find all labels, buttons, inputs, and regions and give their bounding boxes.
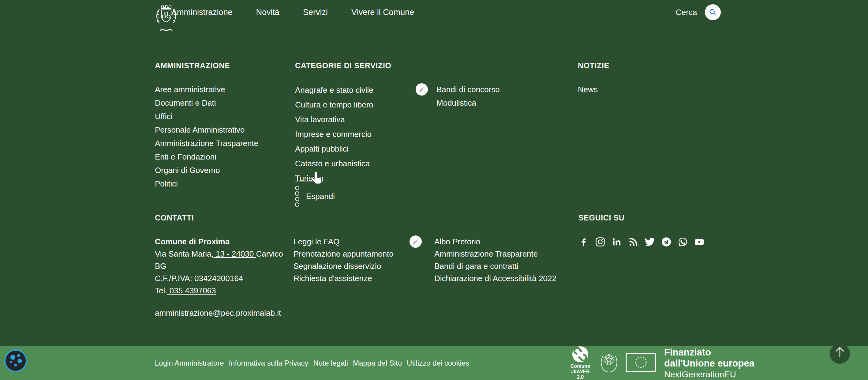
email-link[interactable]: amministrazione@pec.proximalab.it [155,307,281,319]
org-name: Comune di Proxima [155,235,299,248]
list-item: Bandi di gara e contratti [434,260,556,272]
section-title: NOTIZIE [578,61,713,74]
up-arrow-icon [834,344,846,364]
facebook-icon[interactable] [579,237,589,247]
footer-link[interactable]: Cultura e tempo libero [295,100,373,109]
nav-novita[interactable]: Novità [256,8,280,17]
footer-link[interactable]: Uffici [155,112,172,121]
list-item: Albo Pretorio [434,235,556,248]
contact-service-links: Leggi le FAQ Prenotazione appuntamento S… [293,235,410,285]
footer-link-turismo-hovered[interactable]: Turismo [295,174,323,183]
footer-link[interactable]: Aree amministrative [155,85,225,94]
section-categorie-di-servizio: CATEGORIE DI SERVIZIO Anagrafe e stato c… [295,61,565,205]
vat-link[interactable]: 03424200164 [192,274,243,283]
footer-link[interactable]: Bandi di concorso [436,85,500,94]
list-item: Amministrazione Trasparente [434,248,556,260]
expand-button[interactable]: Espandi [295,187,335,205]
scroll-to-top-button[interactable] [830,344,850,364]
expand-label: Espandi [306,192,335,201]
footer-link[interactable]: Organi di Governo [155,166,220,175]
login-amministratore-link[interactable]: Login Amministratore [155,359,224,368]
cookies-link[interactable]: Utilizzo dei cookies [407,359,469,368]
list-item: Amministrazione Trasparente [155,137,291,151]
main-nav: Amministrazione Novità Servizi Vivere il… [172,0,414,25]
privacy-link[interactable]: Informativa sulla Privacy [229,359,308,368]
linkedin-icon[interactable] [612,237,622,247]
footer-link[interactable]: Documenti e Dati [155,98,216,108]
section-title: CATEGORIE DI SERVIZIO [295,61,565,74]
footer-link[interactable]: Catasto e urbanistica [295,159,370,168]
section-title: SEGUICI SU [579,213,713,226]
twitter-icon[interactable] [645,237,655,247]
bottom-bar: Login Amministratore Informativa sulla P… [0,346,868,380]
note-legali-link[interactable]: Note legali [313,359,348,368]
list-item: Turismo [295,172,565,186]
footer-link[interactable]: Appalti pubblici [295,144,349,153]
section-contatti: CONTATTI Comune di Proxima Via Santa Mar… [155,213,572,226]
funding-text: Finanziato dall'Unione europea NextGener… [664,347,754,379]
list-item: Segnalazione disservizio [293,260,410,272]
cookie-widget-button[interactable] [4,349,27,372]
footer-link[interactable]: Albo Pretorio [434,237,480,246]
mappa-del-sito-link[interactable]: Mappa del Sito [353,359,402,368]
search-label[interactable]: Cerca [676,8,697,17]
youtube-icon[interactable] [694,237,705,247]
list-item: Politici [155,178,291,191]
list-item: Catasto e urbanistica [295,157,565,172]
pencil-icon [409,235,422,248]
nav-servizi[interactable]: Servizi [303,8,328,17]
footer-link[interactable]: Segnalazione disservizio [293,262,381,271]
instagram-icon[interactable] [595,237,606,247]
footer-link[interactable]: Richiesta d'assistenze [293,274,372,283]
footer-link[interactable]: Anagrafe e stato civile [295,85,373,95]
list-item: Uffici [155,110,291,124]
list-item: Appalti pubblici [295,142,565,157]
search: Cerca [676,0,721,25]
list-item: Enti e Fondazioni [155,151,291,164]
address-link[interactable]: 13 - 24030 [214,249,256,258]
italy-emblem-icon [599,349,619,377]
footer-link[interactable]: Amministrazione Trasparente [155,139,258,148]
phone-link[interactable]: 035 4397063 [167,286,216,295]
contact-legal-links: Albo Pretorio Amministrazione Trasparent… [409,235,556,285]
list-item: Aree amministrative [155,83,291,97]
footer-link[interactable]: Politici [155,179,178,188]
telegram-icon[interactable] [661,237,672,247]
list-item: Imprese e commercio [295,127,565,142]
contact-address-block: Comune di Proxima Via Santa Maria, 13 - … [155,235,299,319]
footer-link[interactable]: Dichiarazione di Accessibilità 2022 [434,274,556,283]
legal-links: Login Amministratore Informativa sulla P… [155,346,469,380]
search-button[interactable] [705,4,721,20]
nav-amministrazione[interactable]: Amministrazione [172,8,232,17]
footer-link[interactable]: Personale Amministrativo [155,125,245,135]
rss-icon[interactable] [628,237,639,247]
comune-caption: Comune #InWEB 2.0 [568,363,593,380]
footer-link[interactable]: Enti e Fondazioni [155,152,216,162]
footer-link[interactable]: Imprese e commercio [295,129,372,139]
list-item: News [578,83,713,97]
list-item: Documenti e Dati [155,97,291,110]
categorie-extra-links: Bandi di concorso Modulistica [416,83,500,110]
section-notizie: NOTIZIE News [578,61,713,97]
footer-link[interactable]: Vita lavorativa [295,115,345,124]
nav-vivere-il-comune[interactable]: Vivere il Comune [351,8,414,17]
footer-link[interactable]: Amministrazione Trasparente [434,249,538,258]
vat-line: C.F./P.IVA: 03424200164 [155,272,299,285]
section-seguici-su: SEGUICI SU [579,213,713,247]
whatsapp-icon[interactable] [678,237,688,247]
phone-line: Tel. 035 4397063 [155,285,299,297]
footer-link[interactable]: Modulistica [436,98,476,108]
footer-link[interactable]: Leggi le FAQ [293,237,339,246]
list-item: Modulistica [436,97,500,110]
search-icon [709,8,717,16]
comune-inweb-icon [572,346,588,362]
list-item: Vita lavorativa [295,113,565,127]
address-line-2: BG [155,260,299,272]
eu-flag-icon [626,353,656,373]
footer-link[interactable]: Bandi di gara e contratti [434,262,519,271]
footer-link[interactable]: News [578,85,598,94]
footer-link[interactable]: Prenotazione appuntamento [293,249,394,258]
site-header: Amministrazione Novità Servizi Vivere il… [0,0,868,25]
cookie-icon [7,351,25,370]
social-links [579,237,713,247]
